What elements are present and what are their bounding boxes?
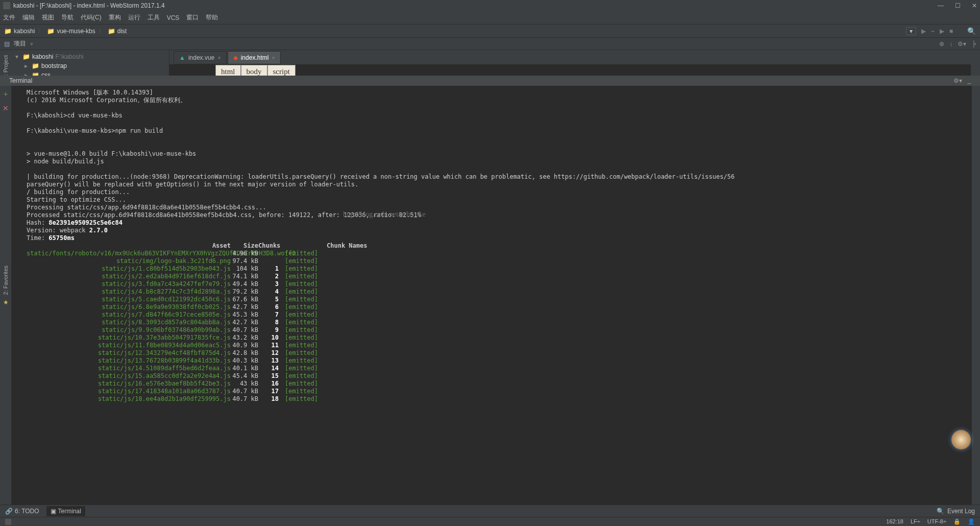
- asset-row: static/js/13.76728b03899f4a41d33b.js40.3…: [27, 357, 967, 365]
- run-icon[interactable]: ▶: [921, 28, 926, 35]
- asset-row: static/js/11.f8be08934d4a0d06eac5.js40.9…: [27, 342, 967, 349]
- folder-icon: 📁: [4, 28, 12, 35]
- project-header-label: 项目: [14, 39, 26, 48]
- window-title: kaboshi - [F:\kaboshi] - index.html - We…: [13, 2, 165, 9]
- close-icon[interactable]: ×: [217, 55, 220, 61]
- tool-favorites[interactable]: 2: Favorites: [3, 266, 9, 295]
- asset-row: static/js/17.418348a101a8a06d3787.js40.7…: [27, 388, 967, 395]
- menu-运行[interactable]: 运行: [128, 13, 140, 22]
- asset-row: static/js/14.51089daff5bed6d2feaa.js40.1…: [27, 365, 967, 372]
- star-icon: ★: [3, 299, 9, 306]
- asset-row: static/js/9.9c06bf037486a90b99ab.js40.7 …: [27, 326, 967, 334]
- scroll-icon[interactable]: ↓: [949, 40, 952, 47]
- asset-row: static/js/16.e576e3baef8bb5f42be3.js43 k…: [27, 380, 967, 388]
- breadcrumb-bar: 📁kaboshi〉📁vue-muse-kbs〉📁dist ▾ ▶ ⌁ ▶ ■ 🔍: [0, 25, 980, 38]
- terminal-hide-icon[interactable]: ⎯: [967, 77, 971, 84]
- settings-icon[interactable]: ⚙▾: [958, 40, 966, 47]
- terminal-vscroll[interactable]: [972, 86, 980, 505]
- close-button[interactable]: ✕: [972, 2, 977, 9]
- breadcrumb-vue-muse-kbs[interactable]: 📁vue-muse-kbs: [47, 28, 95, 35]
- menu-导航[interactable]: 导航: [61, 13, 74, 22]
- coverage-icon[interactable]: ▶: [940, 28, 944, 35]
- asset-row: static/js/2.ed2ab84d9716ef618dcf.js74.1 …: [27, 273, 967, 280]
- menu-文件[interactable]: 文件: [3, 13, 15, 22]
- debug-icon[interactable]: ⌁: [931, 28, 935, 35]
- app-icon: [3, 2, 10, 9]
- editor-tabs: ▲index.vue×◆index.html×: [169, 50, 971, 64]
- asset-row: static/img/logo-bak.3c21fd6.png97.4 kB[e…: [27, 257, 967, 265]
- menu-视图[interactable]: 视图: [42, 13, 54, 22]
- asset-row: static/fonts/roboto/v16/mx9Uck6uB63VIKFY…: [27, 250, 967, 257]
- asset-row: static/js/5.caed0cd121992dc450c6.js67.6 …: [27, 296, 967, 303]
- collapse-icon[interactable]: ⊕: [939, 40, 944, 47]
- terminal-add-icon[interactable]: +: [4, 90, 8, 98]
- stop-icon[interactable]: ■: [949, 28, 953, 35]
- asset-row: static/js/1.c80bf514d5b2903be043.js104 k…: [27, 265, 967, 273]
- asset-row: static/js/3.fd0a7c43a4247fef7e79.js49.4 …: [27, 280, 967, 288]
- asset-row: static/js/6.8e9a9e93038fdf0cb025.js42.7 …: [27, 303, 967, 311]
- tree-node-bootstrap[interactable]: ▸📁 bootstrap: [11, 61, 169, 70]
- titlebar: kaboshi - [F:\kaboshi] - index.html - We…: [0, 0, 980, 11]
- menu-帮助[interactable]: 帮助: [206, 13, 218, 22]
- menu-窗口[interactable]: 窗口: [186, 13, 199, 22]
- asset-row: static/js/15.aa585cc0df2a2e92e4a4.js45.4…: [27, 372, 967, 380]
- run-config-dropdown[interactable]: ▾: [906, 27, 916, 35]
- menu-代码(C)[interactable]: 代码(C): [81, 13, 102, 22]
- left-gutter-bottom: 2: Favorites ★: [0, 266, 11, 306]
- watermark: http://blog.csdn.net/echo_Ae: [343, 210, 426, 218]
- vue-icon: ▲: [179, 54, 185, 61]
- terminal-header: Terminal ⚙▾ ⎯: [0, 76, 980, 86]
- asset-row: static/js/18.ee4a8d2b1a90df259995.js40.7…: [27, 395, 967, 403]
- asset-row: static/js/10.37e3abb5047917835fce.js43.2…: [27, 334, 967, 342]
- tab-index.html[interactable]: ◆index.html×: [228, 51, 281, 64]
- menu-工具[interactable]: 工具: [148, 13, 160, 22]
- asset-row: static/js/12.343279e4cf48fbf875d4.js42.8…: [27, 349, 967, 357]
- hide-icon[interactable]: ╞: [971, 40, 976, 47]
- html-icon: ◆: [233, 54, 238, 61]
- tab-index.vue[interactable]: ▲index.vue×: [174, 51, 227, 64]
- asset-row: static/js/7.d847f66c917cece8505e.js45.3 …: [27, 311, 967, 319]
- breadcrumb-dist[interactable]: 📁dist: [108, 28, 127, 35]
- maximize-button[interactable]: ☐: [955, 2, 961, 9]
- folder-icon: 📁: [47, 28, 55, 35]
- float-avatar[interactable]: [951, 430, 971, 449]
- terminal-body[interactable]: http://blog.csdn.net/echo_Ae Microsoft W…: [11, 86, 972, 505]
- asset-row: static/js/4.b8c82774c7c3f4d2898a.js79.2 …: [27, 288, 967, 296]
- terminal-title: Terminal: [9, 77, 32, 84]
- menu-重构[interactable]: 重构: [109, 13, 121, 22]
- menu-VCS[interactable]: VCS: [167, 14, 180, 21]
- terminal-settings-icon[interactable]: ⚙▾: [953, 77, 962, 84]
- menu-编辑[interactable]: 编辑: [22, 13, 35, 22]
- folder-icon: 📁: [108, 28, 115, 35]
- asset-row: static/js/8.3093cd857a9c804abb8a.js42.7 …: [27, 319, 967, 326]
- project-header: ▤ 项目 ▾ ⊕ ↓ ⚙▾ ╞: [0, 38, 980, 50]
- search-icon[interactable]: 🔍: [967, 27, 976, 35]
- terminal-close-icon[interactable]: ✕: [3, 104, 9, 112]
- menubar: 文件编辑视图导航代码(C)重构运行工具VCS窗口帮助: [0, 11, 980, 25]
- minimize-button[interactable]: —: [938, 2, 944, 9]
- breadcrumb-kaboshi[interactable]: 📁kaboshi: [4, 28, 35, 35]
- close-icon[interactable]: ×: [272, 55, 275, 61]
- terminal-panel: Terminal ⚙▾ ⎯ + ✕ http://blog.csdn.net/e…: [0, 76, 980, 505]
- tree-root[interactable]: ▾📁 kaboshi F:\kaboshi: [11, 52, 169, 61]
